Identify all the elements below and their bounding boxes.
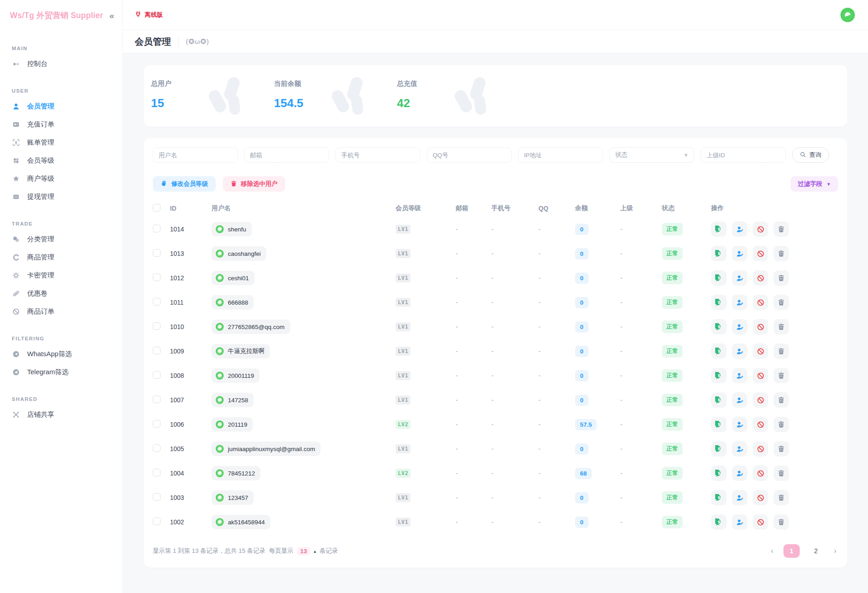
send-money-button[interactable]: $ xyxy=(711,368,726,383)
ban-user-button[interactable] xyxy=(753,392,768,408)
delete-user-button[interactable] xyxy=(774,417,789,432)
sidebar-item-recharge-orders[interactable]: 充值订单 xyxy=(0,115,123,133)
delete-user-button[interactable] xyxy=(774,490,789,505)
ban-user-button[interactable] xyxy=(753,490,768,505)
filter-fields-button[interactable]: 过滤字段 ▼ xyxy=(791,176,838,192)
sidebar-item-dashboard[interactable]: 控制台 xyxy=(0,55,123,73)
sidebar-item-telegram-filter[interactable]: Telegram筛选 xyxy=(0,363,123,381)
offline-version-button[interactable]: 离线版 xyxy=(135,11,163,19)
sidebar-item-member-management[interactable]: 会员管理 xyxy=(0,97,123,115)
per-page-select[interactable]: 13 xyxy=(297,547,310,555)
filter-input-QQ号[interactable] xyxy=(427,147,512,163)
delete-user-button[interactable] xyxy=(774,514,789,530)
edit-user-button[interactable] xyxy=(732,221,747,237)
edit-user-button[interactable] xyxy=(732,466,747,481)
row-checkbox[interactable] xyxy=(153,347,160,354)
username-pill[interactable]: 277652865@qq.com xyxy=(212,320,290,334)
username-pill[interactable]: ak516458944 xyxy=(212,515,270,529)
row-checkbox[interactable] xyxy=(153,371,160,379)
edit-user-button[interactable] xyxy=(732,417,747,432)
ban-user-button[interactable] xyxy=(753,417,768,432)
edit-user-button[interactable] xyxy=(732,490,747,505)
delete-user-button[interactable] xyxy=(774,344,789,359)
filter-input-用户名[interactable] xyxy=(153,147,238,163)
delete-user-button[interactable] xyxy=(774,295,789,310)
send-money-button[interactable]: $ xyxy=(711,246,726,261)
page-button-2[interactable]: 2 xyxy=(808,544,824,558)
row-checkbox[interactable] xyxy=(153,225,160,232)
ban-user-button[interactable] xyxy=(753,441,768,457)
delete-user-button[interactable] xyxy=(774,221,789,237)
row-checkbox[interactable] xyxy=(153,444,160,452)
send-money-button[interactable]: $ xyxy=(711,392,726,408)
send-money-button[interactable]: $ xyxy=(711,441,726,457)
row-checkbox[interactable] xyxy=(153,493,160,501)
row-checkbox[interactable] xyxy=(153,395,160,403)
username-pill[interactable]: 20001119 xyxy=(212,368,259,383)
sidebar-item-withdrawal[interactable]: 提现管理 xyxy=(0,188,123,206)
ban-user-button[interactable] xyxy=(753,344,768,359)
sidebar-item-goods[interactable]: 商品管理 xyxy=(0,248,123,266)
status-select[interactable]: 状态▼ xyxy=(609,147,694,163)
filter-input-手机号[interactable] xyxy=(335,147,420,163)
row-checkbox[interactable] xyxy=(153,249,160,257)
username-pill[interactable]: ceshi01 xyxy=(212,271,255,285)
send-money-button[interactable]: $ xyxy=(711,466,726,481)
user-avatar[interactable] xyxy=(839,6,856,24)
filter-input-上级ID[interactable] xyxy=(701,147,786,163)
sidebar-item-shop-share[interactable]: 店铺共享 xyxy=(0,405,123,424)
username-pill[interactable]: 147258 xyxy=(212,393,254,407)
ban-user-button[interactable] xyxy=(753,246,768,261)
sidebar-item-billing[interactable]: 账单管理 xyxy=(0,133,123,151)
ban-user-button[interactable] xyxy=(753,319,768,334)
search-button[interactable]: 查询 xyxy=(792,147,829,163)
edit-user-button[interactable] xyxy=(732,344,747,359)
ban-user-button[interactable] xyxy=(753,514,768,530)
username-pill[interactable]: 牛逼克拉斯啊 xyxy=(212,344,270,358)
next-page-button[interactable]: › xyxy=(832,547,838,555)
edit-user-button[interactable] xyxy=(732,441,747,457)
delete-user-button[interactable] xyxy=(774,246,789,261)
edit-user-button[interactable] xyxy=(732,246,747,261)
username-pill[interactable]: shenfu xyxy=(212,222,252,236)
edit-user-button[interactable] xyxy=(732,295,747,310)
edit-user-button[interactable] xyxy=(732,270,747,286)
remove-selected-users-button[interactable]: 移除选中用户 xyxy=(223,176,285,192)
sidebar-item-coupon[interactable]: 优惠卷 xyxy=(0,284,123,302)
ban-user-button[interactable] xyxy=(753,221,768,237)
row-checkbox[interactable] xyxy=(153,469,160,476)
username-pill[interactable]: 201119 xyxy=(212,417,253,432)
row-checkbox[interactable] xyxy=(153,518,160,525)
sidebar-collapse-icon[interactable]: « xyxy=(109,11,114,20)
row-checkbox[interactable] xyxy=(153,322,160,330)
send-money-button[interactable]: $ xyxy=(711,514,726,530)
sidebar-item-category[interactable]: 分类管理 xyxy=(0,230,123,248)
caret-up-icon[interactable]: ▴ xyxy=(314,549,316,554)
delete-user-button[interactable] xyxy=(774,270,789,286)
edit-user-button[interactable] xyxy=(732,514,747,530)
sidebar-item-member-level[interactable]: 会员等级 xyxy=(0,151,123,169)
sidebar-item-merchant-level[interactable]: 商户等级 xyxy=(0,169,123,188)
send-money-button[interactable]: $ xyxy=(711,221,726,237)
send-money-button[interactable]: $ xyxy=(711,490,726,505)
username-pill[interactable]: caoshangfei xyxy=(212,246,266,261)
row-checkbox[interactable] xyxy=(153,273,160,281)
delete-user-button[interactable] xyxy=(774,319,789,334)
select-all-checkbox[interactable] xyxy=(153,204,160,212)
ban-user-button[interactable] xyxy=(753,295,768,310)
ban-user-button[interactable] xyxy=(753,368,768,383)
send-money-button[interactable]: $ xyxy=(711,344,726,359)
prev-page-button[interactable]: ‹ xyxy=(769,547,775,555)
username-pill[interactable]: 123457 xyxy=(212,490,254,505)
edit-user-button[interactable] xyxy=(732,368,747,383)
page-button-1[interactable]: 1 xyxy=(783,544,800,558)
filter-input-IP地址[interactable] xyxy=(518,147,603,163)
send-money-button[interactable]: $ xyxy=(711,417,726,432)
delete-user-button[interactable] xyxy=(774,441,789,457)
delete-user-button[interactable] xyxy=(774,392,789,408)
ban-user-button[interactable] xyxy=(753,466,768,481)
filter-input-邮箱[interactable] xyxy=(244,147,329,163)
edit-user-button[interactable] xyxy=(732,392,747,408)
delete-user-button[interactable] xyxy=(774,368,789,383)
username-pill[interactable]: 666888 xyxy=(212,295,254,310)
